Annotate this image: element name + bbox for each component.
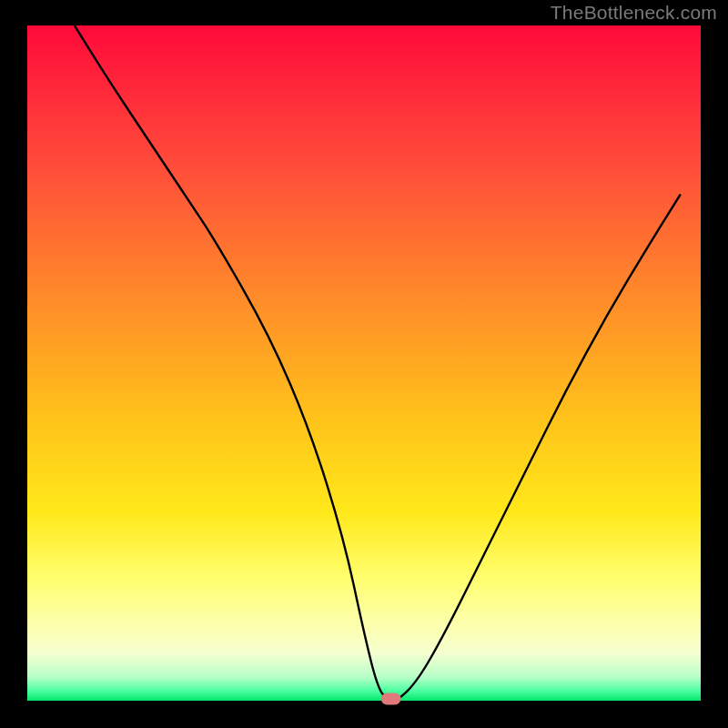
optimal-point-marker: [381, 693, 401, 705]
bottleneck-chart: [0, 0, 728, 728]
chart-stage: TheBottleneck.com: [0, 0, 728, 728]
watermark-text: TheBottleneck.com: [551, 2, 717, 24]
gradient-background: [27, 25, 701, 701]
